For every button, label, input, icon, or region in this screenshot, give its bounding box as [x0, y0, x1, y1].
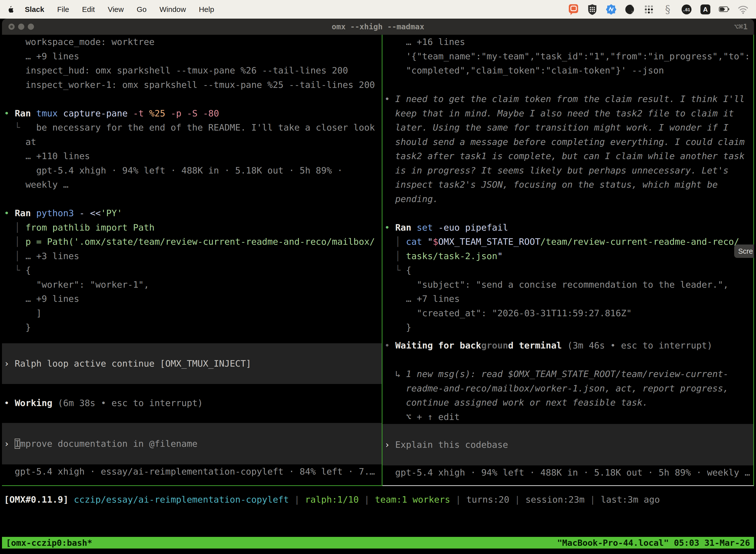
terminal-line: └ { [384, 263, 753, 277]
terminal-line: gpt-5.4 xhigh · 94% left · 488K in · 5.1… [384, 465, 753, 480]
window-shortcut-badge: ⌥⌘1 [734, 19, 748, 35]
terminal-line: inspect_worker-1: omx sparkshell --tmux-… [4, 78, 382, 92]
input-source-icon[interactable]: A [700, 4, 711, 15]
terminal-line: │ … +3 lines [4, 249, 382, 263]
terminal-line: "created_at": "2026-03-31T11:59:27.816Z" [384, 306, 753, 321]
chat-app-icon[interactable] [568, 4, 579, 15]
dots-grid-icon[interactable] [643, 4, 654, 15]
menubar-status-icons: § ..61 A [568, 4, 749, 15]
menu-item-file[interactable]: File [57, 5, 69, 13]
terminal-line: └ be necessary for the end of the README… [4, 120, 382, 135]
terminal-line: • Ran tmux capture-pane -t %25 -p -S -80 [4, 106, 382, 121]
tmux-status-bar: [omx-cczip0:bash* "MacBook-Pro-44.local"… [2, 537, 754, 549]
menu-item-view[interactable]: View [108, 5, 124, 13]
terminal-line [384, 206, 753, 220]
terminal-content: … +16 lines '{"team_name":"my-team","tas… [2, 35, 754, 554]
terminal-line: readme-and-reco/mailbox/worker-1.json, a… [384, 381, 753, 396]
text-cursor: I [15, 439, 20, 449]
crescent-icon[interactable] [625, 4, 635, 15]
terminal-line: is in progress? It seems likely but perh… [384, 163, 753, 178]
terminal-line: task2 after task1 is complete, but can I… [384, 149, 753, 163]
terminal-line: keep that in mind. Maybe I also need the… [384, 106, 753, 121]
terminal-line: "subject": "send a concise recommendatio… [384, 277, 753, 292]
terminal-line: gpt-5.4 xhigh · 94% left · 488K in · 5.1… [4, 163, 382, 178]
menu-item-window[interactable]: Window [160, 5, 186, 13]
terminal-line: at [4, 135, 382, 149]
terminal-line: … +16 lines [384, 35, 753, 49]
menu-item-help[interactable]: Help [199, 5, 214, 13]
window-title: omx --xhigh --madmax [2, 19, 754, 35]
svg-text:..61: ..61 [683, 7, 690, 12]
terminal-line: ⌥ + ↑ edit [384, 410, 753, 424]
wifi-icon[interactable] [738, 4, 749, 15]
svg-text:A: A [703, 6, 708, 13]
omx-status-line: [OMX#0.11.9] cczip/essay/ai-reimplementa… [4, 492, 660, 507]
titlebar[interactable]: omx --xhigh --madmax ⌥⌘1 [2, 19, 754, 35]
terminal-line: • Ran python3 - <<'PY' [4, 206, 382, 220]
terminal-line: pending. [384, 192, 753, 206]
terminal-line: } [384, 320, 753, 335]
terminal-line: │ tasks/task-2.json" [384, 249, 753, 263]
terminal-line: • I need to get the claim token from the… [384, 92, 753, 106]
terminal-line: "completed","claim_token":"claim-token"}… [384, 63, 753, 78]
shield-grid-icon[interactable] [587, 4, 598, 15]
menu-item-go[interactable]: Go [137, 5, 146, 13]
terminal-line: └ { [4, 263, 382, 277]
terminal-line: │ p = Path('.omx/state/team/review-curre… [4, 234, 382, 249]
terminal-line: gpt-5.4 xhigh · essay/ai-reimplementatio… [4, 464, 382, 479]
menubar-app-name[interactable]: Slack [25, 5, 44, 14]
terminal-line: "worker": "worker-1", [4, 277, 382, 292]
terminal-line: workspace_mode: worktree [4, 35, 382, 49]
terminal-line: ] [4, 306, 382, 321]
prompt-input[interactable]: › Explain this codebase [382, 424, 753, 465]
tmux-session-label: [omx-cczip0:bash* [6, 538, 92, 548]
terminal-line: • Waiting for background terminal (3m 46… [384, 338, 753, 353]
spacer [384, 352, 753, 367]
battery-icon[interactable] [719, 4, 730, 15]
terminal-line: … +7 lines [384, 292, 753, 306]
terminal-line: later. Using the same for transition mig… [384, 120, 753, 135]
terminal-line [384, 78, 753, 92]
tmux-host-clock: "MacBook-Pro-44.local" 05:03 31-Mar-26 [557, 538, 750, 548]
terminal-window: omx --xhigh --madmax ⌥⌘1 … +16 lines '{"… [2, 19, 754, 554]
left-pane: workspace_mode: worktree … +9 lines insp… [2, 35, 382, 486]
terminal-line: • Ran set -euo pipefail [384, 220, 753, 235]
prompt-input[interactable]: › Improve documentation in @filename [2, 423, 382, 464]
terminal-line: inspect task2's JSON, focusing on the st… [384, 177, 753, 192]
apple-icon[interactable] [7, 5, 14, 13]
right-pane: … +16 lines '{"team_name":"my-team","tas… [382, 35, 754, 486]
badge-61-icon[interactable]: ..61 [681, 4, 692, 15]
terminal-line: continue assigned work or next feasible … [384, 395, 753, 410]
squiggle-icon[interactable]: § [662, 4, 673, 15]
spacer [384, 335, 753, 338]
terminal-line: • Working (6m 38s • esc to interrupt) [4, 396, 382, 410]
menu-item-edit[interactable]: Edit [82, 5, 95, 13]
spacer [4, 335, 382, 343]
terminal-line: │ cat "$OMX_TEAM_STATE_ROOT/team/review-… [384, 234, 753, 249]
terminal-line: '{"team_name":"my-team","task_id":"1","f… [384, 49, 753, 63]
spacer [4, 384, 382, 396]
spacer [4, 410, 382, 423]
terminal-line: inspect_hud: omx sparkshell --tmux-pane … [4, 63, 382, 78]
terminal-line: ↳ 1 new msg(s): read $OMX_TEAM_STATE_ROO… [384, 367, 753, 381]
blue-gem-icon[interactable] [606, 4, 617, 15]
terminal-line: weekly … [4, 177, 382, 192]
terminal-line: … +9 lines [4, 292, 382, 306]
terminal-line: } [4, 320, 382, 335]
ralph-loop-status: › Ralph loop active continue [OMX_TMUX_I… [2, 343, 382, 384]
menubar: Slack FileEditViewGoWindowHelp § ..61 A [0, 0, 756, 19]
terminal-line [4, 192, 382, 206]
terminal-line [4, 92, 382, 106]
terminal-line: … +110 lines [4, 149, 382, 163]
terminal-line: │ from pathlib import Path [4, 220, 382, 235]
terminal-line: should send a message before completing … [384, 135, 753, 149]
screen-tooltip: Scre [734, 244, 754, 258]
terminal-line: … +9 lines [4, 49, 382, 63]
